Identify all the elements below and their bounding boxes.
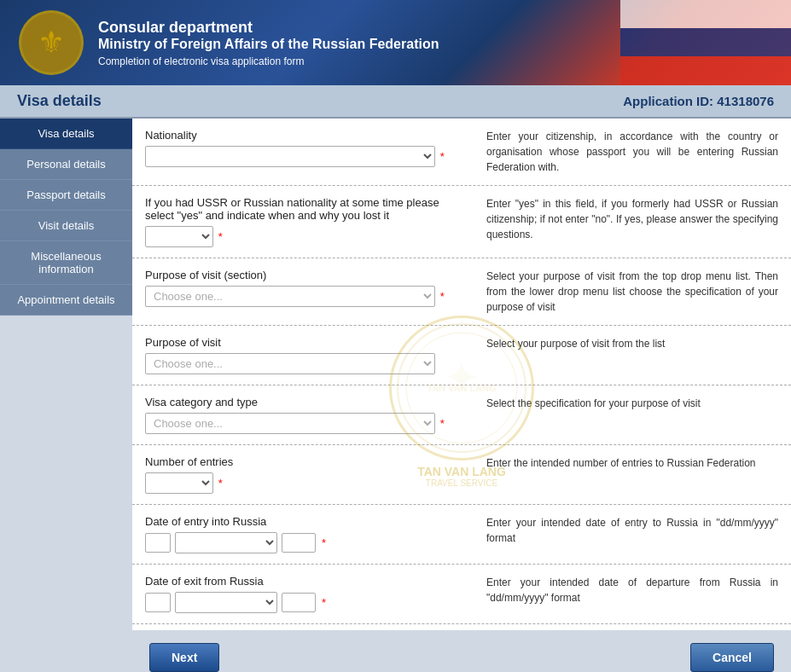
sidebar-item-personal-details[interactable]: Personal details — [0, 149, 132, 180]
date-entry-day[interactable] — [145, 533, 171, 553]
sidebar-item-appointment-details[interactable]: Appointment details — [0, 285, 132, 316]
bottom-bar: Next Cancel — [132, 630, 791, 672]
page-title: Visa details — [17, 92, 102, 110]
num-entries-select[interactable]: 1 2 Multiple — [145, 472, 213, 494]
date-entry-month[interactable]: JanuaryFebruaryMarch AprilMayJune JulyAu… — [175, 532, 277, 553]
num-entries-label: Number of entries — [145, 455, 469, 468]
title-bar: Visa details Application ID: 41318076 — [0, 85, 791, 119]
purpose-section-help: Select your purpose of visit from the to… — [486, 269, 778, 315]
date-exit-inputs: JanuaryFebruaryMarch AprilMayJune JulyAu… — [145, 592, 469, 613]
purpose-section-select[interactable]: Choose one... — [145, 286, 435, 307]
ussr-label: If you had USSR or Russian nationality a… — [145, 196, 469, 222]
sidebar-item-visit-details[interactable]: Visit details — [0, 211, 132, 241]
embassy-logo: ⚜ — [17, 9, 85, 77]
date-entry-left: Date of entry into Russia JanuaryFebruar… — [145, 515, 469, 553]
date-exit-left: Date of exit from Russia JanuaryFebruary… — [145, 575, 469, 613]
purpose-label: Purpose of visit — [145, 336, 469, 349]
date-entry-inputs: JanuaryFebruaryMarch AprilMayJune JulyAu… — [145, 532, 469, 553]
visa-category-required: * — [440, 417, 445, 430]
purpose-select[interactable]: Choose one... — [145, 353, 435, 374]
purpose-section-required: * — [440, 290, 445, 303]
page-header: ⚜ Consular department Ministry of Foreig… — [0, 0, 791, 85]
date-exit-label: Date of exit from Russia — [145, 575, 469, 588]
purpose-help: Select your purpose of visit from the li… — [486, 336, 778, 374]
svg-text:⚜: ⚜ — [38, 25, 65, 60]
date-exit-row: Date of exit from Russia JanuaryFebruary… — [132, 565, 791, 624]
ussr-select[interactable]: Yes No — [145, 226, 213, 247]
num-entries-help: Enter the intended number of entries to … — [486, 455, 778, 494]
date-entry-row: Date of entry into Russia JanuaryFebruar… — [132, 505, 791, 565]
russian-flag — [620, 0, 791, 85]
ussr-help: Enter "yes" in this field, if you former… — [486, 196, 778, 247]
purpose-section-row: Purpose of visit (section) Choose one...… — [132, 258, 791, 326]
visa-category-help: Select the specification for your purpos… — [486, 396, 778, 434]
date-entry-label: Date of entry into Russia — [145, 515, 469, 528]
sidebar-item-misc-info[interactable]: Miscellaneous information — [0, 241, 132, 285]
header-text: Consular department Ministry of Foreign … — [98, 19, 439, 67]
nationality-label: Nationality — [145, 129, 469, 142]
cancel-button[interactable]: Cancel — [690, 643, 774, 672]
visa-category-label: Visa category and type — [145, 396, 469, 408]
ussr-required: * — [218, 230, 223, 243]
purpose-left: Purpose of visit Choose one... — [145, 336, 469, 374]
nationality-section: Nationality * Enter your citizenship, in… — [132, 119, 791, 186]
date-exit-required: * — [322, 596, 326, 609]
visa-category-select[interactable]: Choose one... — [145, 413, 435, 434]
header-subtitle: Completion of electronic visa applicatio… — [98, 55, 439, 67]
date-entry-year[interactable] — [282, 533, 316, 553]
date-exit-year[interactable] — [282, 593, 316, 612]
nationality-select[interactable] — [145, 146, 435, 167]
ussr-left: If you had USSR or Russian nationality a… — [145, 196, 469, 247]
application-id: Application ID: 41318076 — [623, 94, 774, 108]
main-layout: Visa details Personal details Passport d… — [0, 119, 791, 672]
date-exit-help: Enter your intended date of departure fr… — [486, 575, 778, 613]
nationality-required: * — [440, 150, 445, 163]
sidebar: Visa details Personal details Passport d… — [0, 119, 132, 672]
header-ministry: Ministry of Foreign Affairs of the Russi… — [98, 37, 439, 52]
num-entries-required: * — [218, 477, 223, 490]
ussr-section: If you had USSR or Russian nationality a… — [132, 186, 791, 258]
sidebar-item-visa-details[interactable]: Visa details — [0, 119, 132, 149]
nationality-left: Nationality * — [145, 129, 469, 175]
num-entries-row: Number of entries 1 2 Multiple * Enter t… — [132, 445, 791, 505]
date-entry-required: * — [322, 536, 326, 549]
date-exit-day[interactable] — [145, 593, 171, 612]
purpose-section-left: Purpose of visit (section) Choose one...… — [145, 269, 469, 315]
purpose-section-label: Purpose of visit (section) — [145, 269, 469, 281]
form-content: ✦ TAN VAN LANG TAN VAN LANG TRAVEL SERVI… — [132, 119, 791, 630]
purpose-row: Purpose of visit Choose one... Select yo… — [132, 326, 791, 385]
next-button[interactable]: Next — [149, 643, 219, 672]
header-department: Consular department — [98, 19, 439, 37]
sidebar-item-passport-details[interactable]: Passport details — [0, 180, 132, 211]
num-entries-left: Number of entries 1 2 Multiple * — [145, 455, 469, 494]
nationality-help: Enter your citizenship, in accordance wi… — [486, 129, 778, 175]
date-entry-help: Enter your intended date of entry to Rus… — [486, 515, 778, 553]
visa-category-row: Visa category and type Choose one... * S… — [132, 385, 791, 445]
visa-category-left: Visa category and type Choose one... * — [145, 396, 469, 434]
date-exit-month[interactable]: JanuaryFebruaryMarch AprilMayJune JulyAu… — [175, 592, 277, 613]
